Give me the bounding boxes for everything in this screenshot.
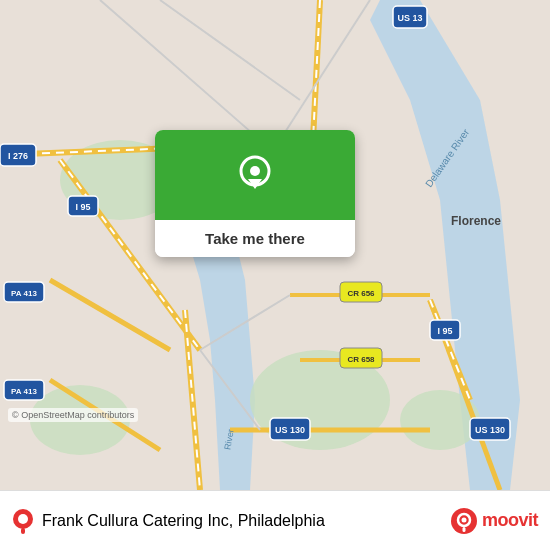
business-name: Frank Cullura Catering Inc, Philadelphia — [42, 512, 325, 530]
svg-text:I 95: I 95 — [437, 326, 452, 336]
card-green-top — [155, 130, 355, 220]
svg-text:CR 658: CR 658 — [347, 355, 375, 364]
svg-text:CR 656: CR 656 — [347, 289, 375, 298]
svg-text:I 95: I 95 — [75, 202, 90, 212]
svg-rect-62 — [462, 527, 465, 532]
copyright-text: © OpenStreetMap contributors — [8, 408, 138, 422]
svg-text:I 276: I 276 — [8, 151, 28, 161]
map-container: US 13 US 13 I 276 I 95 I 95 PA 413 PA 41… — [0, 0, 550, 490]
moovit-pin-icon — [12, 508, 34, 534]
moovit-label: moovit — [482, 510, 538, 531]
location-pin-icon — [233, 153, 277, 197]
svg-text:Florence: Florence — [451, 214, 501, 228]
take-me-there-button[interactable]: Take me there — [155, 220, 355, 257]
svg-text:US 13: US 13 — [397, 13, 422, 23]
bottom-bar: Frank Cullura Catering Inc, Philadelphia… — [0, 490, 550, 550]
svg-rect-58 — [21, 528, 25, 534]
card-overlay: Take me there — [155, 130, 355, 257]
svg-point-54 — [250, 166, 260, 176]
svg-text:US 130: US 130 — [475, 425, 505, 435]
svg-text:US 130: US 130 — [275, 425, 305, 435]
moovit-logo: moovit — [450, 507, 538, 535]
svg-text:PA 413: PA 413 — [11, 289, 37, 298]
svg-text:PA 413: PA 413 — [11, 387, 37, 396]
svg-point-61 — [461, 517, 466, 522]
moovit-logo-icon — [450, 507, 478, 535]
svg-point-57 — [18, 514, 28, 524]
